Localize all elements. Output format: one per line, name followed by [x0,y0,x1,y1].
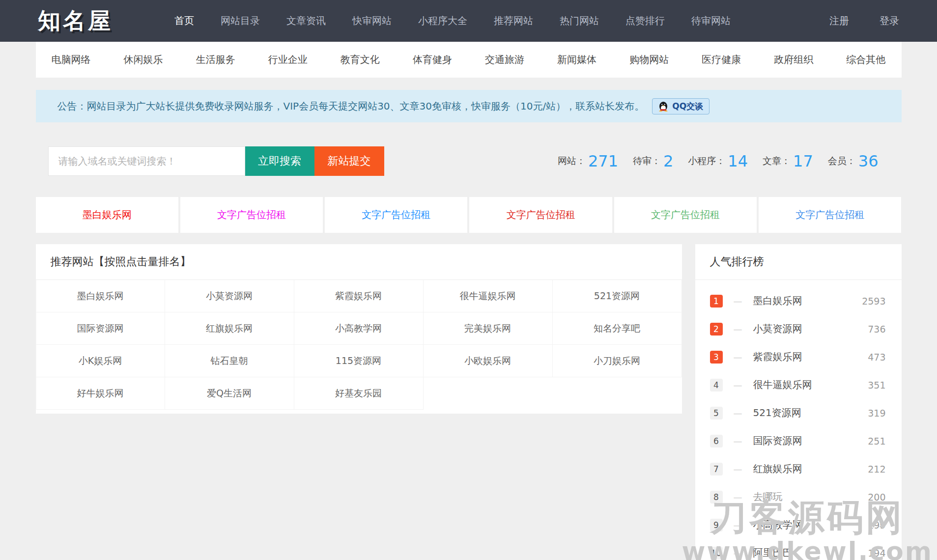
category-government[interactable]: 政府组织 [774,53,813,66]
announcement-bar: 公告：网站目录为广大站长提供免费收录网站服务，VIP会员每天提交网站30、文章3… [36,90,902,122]
trend-dash-icon: — [734,380,742,390]
category-health[interactable]: 医疗健康 [702,53,741,66]
stat-mini-programs: 小程序： 14 [688,152,748,170]
ranking-row[interactable]: 9 — 小高教学网 199 [695,511,902,539]
ranking-row[interactable]: 2 — 小莫资源网 736 [695,315,902,343]
submit-site-button[interactable]: 新站提交 [314,146,384,176]
register-link[interactable]: 注册 [829,14,849,28]
ad-slot-5[interactable]: 文字广告位招租 [614,197,757,233]
rank-badge: 8 [710,491,723,504]
category-nav: 电脑网络 休闲娱乐 生活服务 行业企业 教育文化 体育健身 交通旅游 新闻媒体 … [36,42,902,78]
ranked-site-count: 2593 [862,296,885,307]
ranking-row[interactable]: 4 — 很牛逼娱乐网 351 [695,371,902,399]
ad-slot-1[interactable]: 墨白娱乐网 [36,197,178,233]
stat-members: 会员： 36 [828,152,879,170]
ranking-row[interactable]: 5 — 521资源网 319 [695,399,902,427]
rank-badge: 6 [710,435,723,448]
site-stats: 网站： 271 待审： 2 小程序： 14 文章： 17 会员： 36 [558,152,879,170]
grid-row: 墨白娱乐网 小莫资源网 紫霞娱乐网 很牛逼娱乐网 521资源网 [36,280,682,312]
nav-item-mini-programs[interactable]: 小程序大全 [418,14,467,28]
category-other[interactable]: 综合其他 [846,53,885,66]
rank-badge: 5 [710,407,723,420]
nav-item-recommended[interactable]: 推荐网站 [494,14,533,28]
main-content: 推荐网站【按照点击量排名】 墨白娱乐网 小莫资源网 紫霞娱乐网 很牛逼娱乐网 5… [36,244,902,560]
recommended-site[interactable]: 小刀娱乐网 [553,345,682,377]
trend-dash-icon: — [734,352,742,362]
recommended-site[interactable]: 知名分享吧 [553,312,682,345]
search-button[interactable]: 立即搜索 [245,146,314,176]
ad-slot-6[interactable]: 文字广告位招租 [759,197,901,233]
ranking-panel: 人气排行榜 1 — 墨白娱乐网 2593 2 — 小莫资源网 736 3 — [695,244,902,560]
ranking-row[interactable]: 8 — 去哪玩 200 [695,483,902,511]
ranked-site-name: 墨白娱乐网 [753,294,802,308]
site-logo[interactable]: 知名屋 [38,6,113,36]
recommended-site[interactable]: 钻石皇朝 [165,345,294,377]
recommended-site[interactable]: 好牛娱乐网 [36,377,165,410]
recommended-site[interactable]: 115资源网 [294,345,424,377]
rank-badge: 1 [710,295,723,308]
recommended-site[interactable]: 紫霞娱乐网 [294,280,424,312]
recommended-site[interactable]: 爱Q生活网 [165,377,294,410]
recommended-site[interactable]: 小欧娱乐网 [424,345,553,377]
recommended-site[interactable]: 小高教学网 [294,312,424,345]
ranked-site-count: 736 [868,324,885,335]
ranked-site-count: 212 [868,464,885,475]
grid-empty-cell [553,377,682,410]
category-leisure[interactable]: 休闲娱乐 [124,53,163,66]
nav-item-pending[interactable]: 待审网站 [691,14,731,28]
qq-chat-button[interactable]: QQ交谈 [652,98,710,114]
ranking-row[interactable]: 3 — 紫霞娱乐网 473 [695,343,902,371]
trend-dash-icon: — [734,296,742,306]
ad-slot-4[interactable]: 文字广告位招租 [469,197,612,233]
recommended-site[interactable]: 很牛逼娱乐网 [424,280,553,312]
ranking-row[interactable]: 7 — 红旗娱乐网 212 [695,455,902,483]
nav-item-directory[interactable]: 网站目录 [221,14,260,28]
rank-badge: 4 [710,379,723,392]
main-nav: 首页 网站目录 文章资讯 快审网站 小程序大全 推荐网站 热门网站 点赞排行 待… [174,14,731,28]
ranked-site-name: 521资源网 [753,406,801,420]
category-shopping[interactable]: 购物网站 [629,53,669,66]
recommended-site[interactable]: 小莫资源网 [165,280,294,312]
search-input[interactable] [48,146,245,176]
recommended-site[interactable]: 好基友乐园 [294,377,424,410]
category-life-services[interactable]: 生活服务 [196,53,235,66]
ranking-row[interactable]: 10 — 阿里巴巴 194 [695,539,902,560]
auth-links: 注册 登录 [829,14,899,28]
ad-slot-2[interactable]: 文字广告位招租 [180,197,323,233]
trend-dash-icon: — [734,324,742,334]
ad-slot-3[interactable]: 文字广告位招租 [325,197,467,233]
ranked-site-count: 200 [868,492,885,503]
grid-row: 小K娱乐网 钻石皇朝 115资源网 小欧娱乐网 小刀娱乐网 [36,345,682,377]
nav-item-fast-review[interactable]: 快审网站 [352,14,392,28]
ranked-site-count: 351 [868,380,885,391]
rank-badge: 3 [710,351,723,364]
nav-item-hot[interactable]: 热门网站 [560,14,599,28]
category-industry[interactable]: 行业企业 [268,53,308,66]
recommended-site[interactable]: 完美娱乐网 [424,312,553,345]
category-sports[interactable]: 体育健身 [413,53,452,66]
trend-dash-icon: — [734,408,742,418]
nav-item-home[interactable]: 首页 [174,14,194,28]
recommended-site[interactable]: 红旗娱乐网 [165,312,294,345]
recommended-site[interactable]: 墨白娱乐网 [36,280,165,312]
trend-dash-icon: — [734,436,742,446]
category-education[interactable]: 教育文化 [341,53,380,66]
trend-dash-icon: — [734,548,742,558]
recommended-site[interactable]: 521资源网 [553,280,682,312]
recommended-site[interactable]: 小K娱乐网 [36,345,165,377]
ranking-row[interactable]: 1 — 墨白娱乐网 2593 [695,287,902,315]
category-travel[interactable]: 交通旅游 [485,53,524,66]
ranking-row[interactable]: 6 — 国际资源网 251 [695,427,902,455]
grid-empty-cell [424,377,553,410]
ranking-list: 1 — 墨白娱乐网 2593 2 — 小莫资源网 736 3 — 紫霞娱乐网 4… [695,280,902,560]
stat-articles: 文章： 17 [763,152,813,170]
category-news-media[interactable]: 新闻媒体 [557,53,596,66]
grid-row: 好牛娱乐网 爱Q生活网 好基友乐园 [36,377,682,410]
trend-dash-icon: — [734,492,742,502]
ranked-site-name: 小莫资源网 [753,322,802,336]
category-computer-network[interactable]: 电脑网络 [52,53,91,66]
nav-item-articles[interactable]: 文章资讯 [286,14,326,28]
nav-item-likes-rank[interactable]: 点赞排行 [625,14,665,28]
recommended-site[interactable]: 国际资源网 [36,312,165,345]
login-link[interactable]: 登录 [880,14,899,28]
